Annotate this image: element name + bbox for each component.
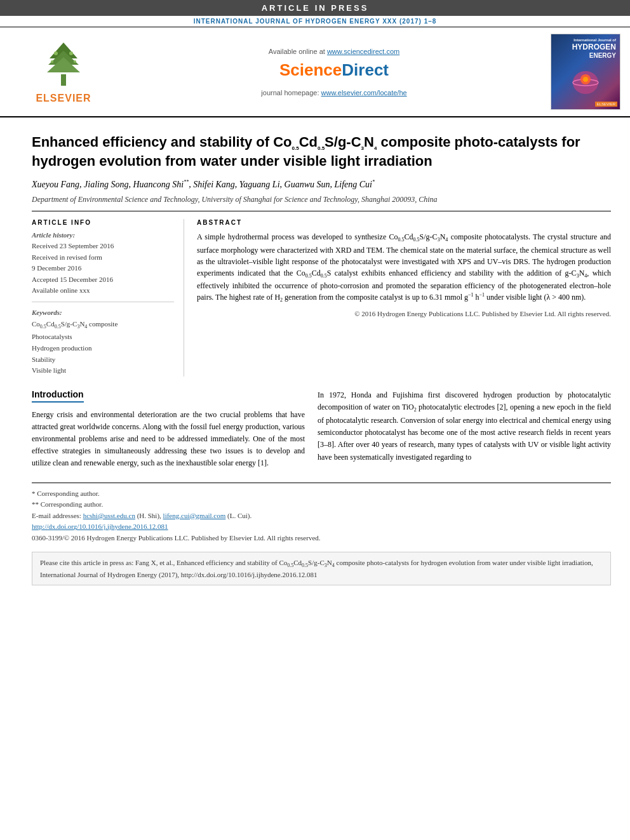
svg-point-5 bbox=[69, 51, 73, 55]
available-online: Available online xxx bbox=[32, 286, 174, 295]
journal-homepage-link[interactable]: www.elsevier.com/locate/he bbox=[321, 89, 407, 97]
article-info-column: ARTICLE INFO Article history: Received 2… bbox=[32, 219, 184, 376]
footnote-double-corresponding: ** Corresponding author. bbox=[32, 499, 611, 510]
journal-homepage: journal homepage: www.elsevier.com/locat… bbox=[261, 89, 406, 97]
keyword-1: Co0.5Cd0.5S/g-C3N4 composite bbox=[32, 319, 174, 331]
citation-text: Please cite this article in press as: Fa… bbox=[40, 559, 593, 578]
email-link-shi[interactable]: hcshi@usst.edu.cn bbox=[83, 512, 135, 519]
header-right: International Journal of HYDROGEN ENERGY… bbox=[541, 34, 630, 110]
elsevier-logo: ELSEVIER bbox=[36, 39, 91, 104]
accepted-date: Accepted 15 December 2016 bbox=[32, 275, 174, 284]
journal-cover-image: International Journal of HYDROGEN ENERGY… bbox=[551, 34, 620, 110]
sciencedirect-brand: ScienceDirect bbox=[279, 60, 389, 80]
citation-box: Please cite this article in press as: Fa… bbox=[32, 552, 611, 586]
article-title: Enhanced efficiency and stability of Co0… bbox=[32, 133, 611, 170]
svg-point-11 bbox=[583, 77, 588, 82]
article-info-abstract-section: ARTICLE INFO Article history: Received 2… bbox=[32, 219, 611, 376]
svg-point-6 bbox=[51, 60, 53, 63]
keyword-2: Photocatalysts bbox=[32, 331, 174, 343]
intro-right-text: In 1972, Honda and Fujishima first disco… bbox=[318, 389, 611, 463]
introduction-section: Introduction Energy crisis and environme… bbox=[32, 389, 611, 470]
available-online-label: Available online at www.sciencedirect.co… bbox=[269, 48, 399, 55]
abstract-column: ABSTRACT A simple hydrothermal process w… bbox=[197, 219, 611, 376]
footnote-email: E-mail addresses: hcshi@usst.edu.cn (H. … bbox=[32, 510, 611, 522]
keywords-label: Keywords: bbox=[32, 309, 174, 316]
history-label: Article history: bbox=[32, 231, 174, 239]
intro-left-text: Energy crisis and environmental deterior… bbox=[32, 409, 305, 470]
doi-link[interactable]: http://dx.doi.org/10.1016/j.ijhydene.201… bbox=[32, 523, 168, 530]
journal-cover-elsevier: ELSEVIER bbox=[595, 102, 617, 107]
journal-cover-graphic bbox=[566, 63, 605, 95]
journal-cover-title: International Journal of HYDROGEN ENERGY bbox=[555, 38, 616, 60]
svg-rect-0 bbox=[61, 74, 66, 86]
direct-text: Direct bbox=[342, 60, 389, 79]
science-text: Science bbox=[279, 60, 342, 79]
email-link-cui[interactable]: lifeng.cui@gmail.com bbox=[163, 512, 226, 519]
copyright-text: © 2016 Hydrogen Energy Publications LLC.… bbox=[197, 310, 611, 317]
received-date: Received 23 September 2016 bbox=[32, 241, 174, 251]
elsevier-tree-icon bbox=[38, 39, 89, 90]
footnote-issn: 0360-3199/© 2016 Hydrogen Energy Publica… bbox=[32, 533, 611, 544]
keyword-4: Stability bbox=[32, 354, 174, 366]
article-in-press-banner: ARTICLE IN PRESS bbox=[0, 0, 630, 16]
article-info-header: ARTICLE INFO bbox=[32, 219, 174, 226]
elsevier-wordmark: ELSEVIER bbox=[36, 93, 91, 104]
keyword-5: Visible light bbox=[32, 365, 174, 377]
revised-label: Received in revised form bbox=[32, 253, 174, 262]
header-section: ELSEVIER Available online at www.science… bbox=[0, 27, 630, 117]
keyword-3: Hydrogen production bbox=[32, 343, 174, 354]
info-divider bbox=[32, 302, 174, 302]
introduction-title: Introduction bbox=[32, 389, 84, 403]
main-content: Enhanced efficiency and stability of Co0… bbox=[0, 117, 630, 592]
journal-title-bar: INTERNATIONAL JOURNAL OF HYDROGEN ENERGY… bbox=[0, 16, 630, 27]
abstract-text: A simple hydrothermal process was develo… bbox=[197, 231, 611, 304]
header-center: Available online at www.sciencedirect.co… bbox=[127, 34, 541, 110]
header-left: ELSEVIER bbox=[0, 34, 127, 110]
svg-point-4 bbox=[54, 51, 58, 55]
authors: Xueyou Fang, Jialing Song, Huancong Shi*… bbox=[32, 178, 611, 191]
abstract-header: ABSTRACT bbox=[197, 219, 611, 226]
footnotes-area: * Corresponding author. ** Corresponding… bbox=[32, 483, 611, 544]
affiliation: Department of Environmental Science and … bbox=[32, 195, 611, 211]
svg-point-7 bbox=[74, 60, 76, 63]
intro-right-column: In 1972, Honda and Fujishima first disco… bbox=[318, 389, 611, 470]
footnote-doi: http://dx.doi.org/10.1016/j.ijhydene.201… bbox=[32, 521, 611, 533]
sciencedirect-url[interactable]: www.sciencedirect.com bbox=[327, 48, 399, 55]
revised-date: 9 December 2016 bbox=[32, 263, 174, 273]
intro-left-column: Introduction Energy crisis and environme… bbox=[32, 389, 305, 470]
footnote-corresponding: * Corresponding author. bbox=[32, 488, 611, 500]
